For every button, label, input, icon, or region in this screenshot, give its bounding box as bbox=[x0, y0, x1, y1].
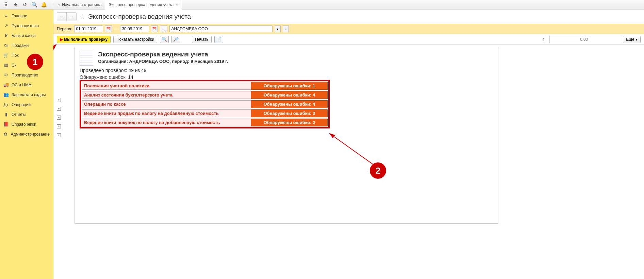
run-check-button[interactable]: ▶ Выполнить проверку bbox=[57, 36, 111, 43]
show-settings-button[interactable]: Показать настройки bbox=[113, 36, 157, 43]
report-body: Экспресс-проверка ведения учета Организа… bbox=[75, 47, 498, 224]
tab-current[interactable]: Экспресс-проверка ведения учета × bbox=[105, 0, 182, 10]
run-check-label: Выполнить проверку bbox=[64, 37, 108, 42]
sidebar-label-8: Зарплата и кадры bbox=[12, 92, 46, 97]
print-button[interactable]: Печать bbox=[192, 36, 211, 43]
filter-bar: Период: 📅 — 📅 … ▾ ▫ bbox=[53, 24, 644, 34]
report-checks-count: Проведено проверок: 49 из 49 bbox=[80, 68, 493, 73]
sidebar-icon-7: 🚚 bbox=[3, 82, 9, 87]
sidebar-label-7: ОС и НМА bbox=[12, 83, 31, 87]
expand-row-2[interactable]: + bbox=[57, 107, 61, 111]
sidebar-label-9: Операции bbox=[12, 102, 31, 107]
result-error-0: Обнаружены ошибки: 1 bbox=[251, 82, 328, 90]
sidebar-item-0[interactable]: ≡Главное bbox=[0, 11, 53, 21]
tab-home-label: Начальная страница bbox=[62, 2, 101, 7]
date-from-input[interactable] bbox=[74, 25, 103, 32]
expand-row-3[interactable]: + bbox=[57, 116, 61, 120]
sidebar-item-7[interactable]: 🚚ОС и НМА bbox=[0, 80, 53, 90]
result-name-1: Анализ состояния бухгалтерского учета bbox=[82, 91, 251, 99]
sidebar-icon-3: 🛍 bbox=[3, 43, 9, 48]
close-tab-icon[interactable]: × bbox=[176, 2, 178, 7]
date-from-calendar-icon[interactable]: 📅 bbox=[105, 25, 112, 32]
home-icon: ⌂ bbox=[57, 2, 60, 7]
sidebar-item-9[interactable]: ДтОперации bbox=[0, 100, 53, 109]
sidebar-icon-12: ✿ bbox=[3, 132, 8, 137]
report-subtitle: Организация: АНДРОМЕДА ООО, период: 9 ме… bbox=[98, 59, 228, 64]
organization-input[interactable] bbox=[169, 25, 273, 32]
sidebar-item-11[interactable]: 📕Справочники bbox=[0, 119, 53, 129]
system-toolbar: ⠿ ★ ↺ 🔍 🔔 ⌂ Начальная страница Экспресс-… bbox=[0, 0, 644, 10]
report-area: + + + + + Экспресс-проверка ведения учет… bbox=[53, 45, 644, 279]
sidebar-label-0: Главное bbox=[12, 14, 27, 18]
nav-back-button[interactable]: ← bbox=[57, 13, 67, 21]
sidebar-item-4[interactable]: 🛒Пок bbox=[0, 50, 53, 60]
dash: — bbox=[114, 27, 118, 31]
organization-dropdown-icon[interactable]: ▾ bbox=[275, 25, 281, 32]
sidebar: ≡Главное↗Руководителю₽Банк и касса🛍Прода… bbox=[0, 10, 53, 279]
document-icon bbox=[80, 51, 93, 66]
result-error-1: Обнаружены ошибки: 4 bbox=[251, 91, 328, 99]
expand-row-1[interactable]: + bbox=[57, 98, 61, 102]
result-name-2: Операции по кассе bbox=[82, 100, 251, 108]
sidebar-item-8[interactable]: 👥Зарплата и кадры bbox=[0, 90, 53, 100]
sidebar-label-11: Справочники bbox=[12, 122, 36, 127]
sidebar-icon-2: ₽ bbox=[3, 33, 9, 38]
result-row-4[interactable]: Ведение книги покупок по налогу на добав… bbox=[82, 119, 328, 126]
date-to-calendar-icon[interactable]: 📅 bbox=[151, 25, 158, 32]
expand-row-5[interactable]: + bbox=[57, 133, 61, 137]
star-icon[interactable]: ★ bbox=[12, 1, 19, 8]
result-error-3: Обнаружены ошибки: 3 bbox=[251, 109, 328, 117]
more-label: Еще bbox=[626, 37, 634, 42]
tab-current-label: Экспресс-проверка ведения учета bbox=[109, 2, 174, 7]
sidebar-item-5[interactable]: ▦Ск bbox=[0, 60, 53, 70]
result-name-3: Ведение книги продаж по налогу на добавл… bbox=[82, 109, 251, 117]
sidebar-icon-6: ⚙ bbox=[3, 72, 9, 77]
sidebar-label-2: Банк и касса bbox=[12, 33, 36, 38]
favorite-icon[interactable]: ☆ bbox=[79, 13, 85, 21]
sidebar-label-3: Продажи bbox=[12, 43, 29, 48]
sidebar-item-1[interactable]: ↗Руководителю bbox=[0, 21, 53, 31]
result-row-2[interactable]: Операции по кассеОбнаружены ошибки: 4 bbox=[82, 100, 328, 108]
history-icon[interactable]: ↺ bbox=[21, 1, 29, 8]
more-button[interactable]: Еще ▾ bbox=[623, 36, 641, 43]
zoom-in-icon[interactable]: 🔍 bbox=[160, 36, 169, 43]
sidebar-icon-5: ▦ bbox=[3, 63, 9, 68]
apps-icon[interactable]: ⠿ bbox=[2, 1, 10, 8]
result-row-0[interactable]: Положения учетной политикиОбнаружены оши… bbox=[82, 82, 328, 90]
zoom-reset-icon[interactable]: 🔎 bbox=[171, 36, 180, 43]
tab-home[interactable]: ⌂ Начальная страница bbox=[54, 0, 105, 9]
result-name-4: Ведение книги покупок по налогу на добав… bbox=[82, 119, 251, 126]
row-expanders: + + + + + bbox=[57, 98, 61, 137]
period-picker-button[interactable]: … bbox=[160, 25, 167, 32]
print-preview-icon[interactable]: 📄 bbox=[214, 36, 223, 43]
period-label: Период: bbox=[57, 27, 72, 31]
toolbar: ▶ Выполнить проверку Показать настройки … bbox=[53, 34, 644, 45]
results-box: Положения учетной политикиОбнаружены оши… bbox=[80, 80, 330, 128]
sidebar-icon-4: 🛒 bbox=[3, 53, 9, 58]
nav-forward-button[interactable]: → bbox=[67, 13, 76, 21]
sidebar-item-6[interactable]: ⚙Производство bbox=[0, 70, 53, 80]
organization-clear-icon[interactable]: ▫ bbox=[283, 25, 289, 32]
result-row-3[interactable]: Ведение книги продаж по налогу на добавл… bbox=[82, 109, 328, 117]
search-icon[interactable]: 🔍 bbox=[31, 1, 38, 8]
date-to-input[interactable] bbox=[120, 25, 149, 32]
sidebar-label-1: Руководителю bbox=[12, 23, 39, 28]
sidebar-item-2[interactable]: ₽Банк и касса bbox=[0, 31, 53, 40]
sidebar-icon-1: ↗ bbox=[3, 23, 9, 28]
content: ← → ☆ Экспресс-проверка ведения учета Пе… bbox=[53, 10, 644, 279]
sigma-icon: Σ bbox=[543, 37, 546, 42]
result-row-1[interactable]: Анализ состояния бухгалтерского учетаОбн… bbox=[82, 91, 328, 99]
expand-row-4[interactable]: + bbox=[57, 124, 61, 128]
sidebar-label-10: Отчеты bbox=[12, 112, 26, 117]
sum-display: 0,00 bbox=[549, 36, 590, 43]
divider bbox=[52, 1, 52, 8]
sidebar-icon-10: ▮ bbox=[3, 112, 9, 117]
sidebar-item-12[interactable]: ✿Администрирование bbox=[0, 129, 53, 139]
bell-icon[interactable]: 🔔 bbox=[40, 1, 48, 8]
sidebar-icon-11: 📕 bbox=[3, 122, 9, 127]
sidebar-item-10[interactable]: ▮Отчеты bbox=[0, 109, 53, 119]
sidebar-icon-9: Дт bbox=[3, 102, 9, 107]
annotation-marker-1: 1 bbox=[27, 54, 43, 70]
sidebar-item-3[interactable]: 🛍Продажи bbox=[0, 40, 53, 50]
chevron-down-icon: ▾ bbox=[635, 37, 638, 42]
